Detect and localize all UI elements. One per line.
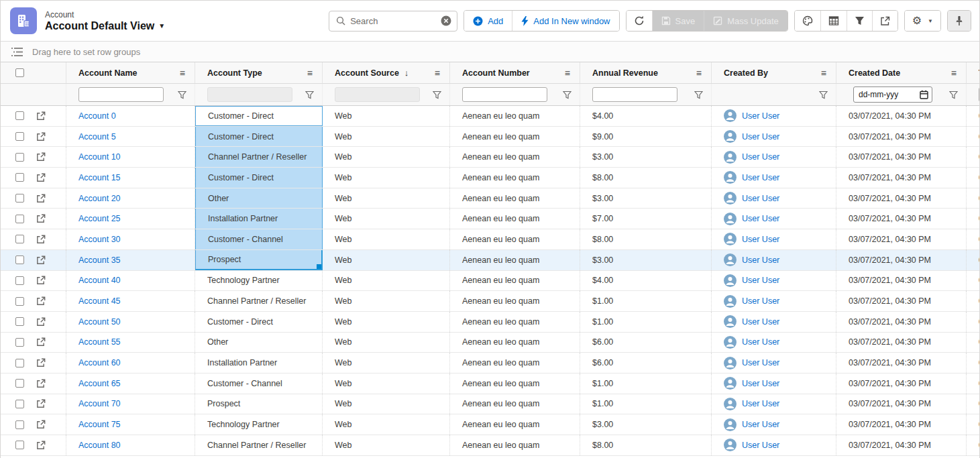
cell-created_by[interactable]: User User xyxy=(712,229,836,249)
cell-created_by[interactable]: User User xyxy=(712,333,836,353)
account-link[interactable]: Account 5 xyxy=(78,132,116,141)
filter-funnel-button[interactable] xyxy=(819,91,828,99)
cell-created_date[interactable]: 03/07/2021, 04:30 PM xyxy=(836,271,967,291)
cell-number[interactable]: Aenean eu leo quam xyxy=(450,394,580,414)
cell-name[interactable]: Account 40 xyxy=(66,271,195,291)
cell-revenue[interactable]: $1.00 xyxy=(580,291,712,311)
cell-created_date[interactable]: 03/07/2021, 04:30 PM xyxy=(836,168,967,188)
cell-created_date[interactable]: 03/07/2021, 04:30 PM xyxy=(836,353,967,373)
created-by-link[interactable]: User User xyxy=(742,317,779,327)
cell-source[interactable]: Web xyxy=(323,106,450,126)
account-link[interactable]: Account 50 xyxy=(78,317,121,327)
open-record-icon[interactable] xyxy=(36,173,46,182)
created-by-link[interactable]: User User xyxy=(742,358,779,367)
cell-revenue[interactable]: $1.00 xyxy=(580,312,712,332)
cell-number[interactable]: Aenean eu leo quam xyxy=(450,374,580,394)
account-link[interactable]: Account 35 xyxy=(78,255,121,265)
created-by-link[interactable]: User User xyxy=(742,132,779,141)
open-record-icon[interactable] xyxy=(36,296,46,306)
cell-number[interactable]: Aenean eu leo quam xyxy=(450,188,580,209)
cell-created_date[interactable]: 03/07/2021, 04:30 PM xyxy=(836,291,967,311)
cell-revenue[interactable]: $1.00 xyxy=(580,374,712,394)
pin-button[interactable] xyxy=(948,11,971,31)
column-menu-icon[interactable]: ≡ xyxy=(565,68,573,78)
account-link[interactable]: Account 25 xyxy=(78,214,121,223)
cell-revenue[interactable]: $4.00 xyxy=(580,106,712,126)
cell-source[interactable]: Web xyxy=(323,168,450,188)
open-record-button[interactable] xyxy=(36,441,46,450)
cell-name[interactable]: Account 15 xyxy=(66,168,195,188)
cell-name[interactable]: Account 0 xyxy=(66,106,195,126)
cell-revenue[interactable]: $3.00 xyxy=(580,147,712,167)
cell-type[interactable]: Customer - Direct xyxy=(195,168,323,188)
row-checkbox[interactable] xyxy=(15,255,24,264)
cell-created_by[interactable]: User User xyxy=(712,394,836,414)
column-menu-icon[interactable]: ≡ xyxy=(180,68,188,78)
cell-name[interactable]: Account 30 xyxy=(66,229,195,249)
cell-created_date[interactable]: 03/07/2021, 04:30 PM xyxy=(836,333,967,353)
cell-created_by[interactable]: User User xyxy=(712,414,836,435)
open-record-icon[interactable] xyxy=(36,255,46,265)
created-by-link[interactable]: User User xyxy=(742,441,779,450)
cell-t[interactable]: 0 xyxy=(967,312,979,332)
cell-revenue[interactable]: $3.00 xyxy=(580,250,712,270)
cell-name[interactable]: Account 35 xyxy=(66,250,195,270)
cell-number[interactable]: Aenean eu leo quam xyxy=(450,229,580,249)
cell-t[interactable]: 0 xyxy=(967,127,979,147)
account-link[interactable]: Account 20 xyxy=(78,194,121,203)
cell-type[interactable]: Channel Partner / Reseller xyxy=(195,147,323,167)
cell-source[interactable]: Web xyxy=(323,394,450,414)
cell-created_by[interactable]: User User xyxy=(712,374,836,394)
cell-revenue[interactable]: $1.00 xyxy=(580,394,712,414)
created-by-link[interactable]: User User xyxy=(742,111,779,121)
theme-palette-button[interactable] xyxy=(795,11,820,31)
cell-t[interactable]: 0 xyxy=(967,271,979,291)
cell-number[interactable]: Aenean eu leo quam xyxy=(450,127,580,147)
cell-t[interactable]: 0 xyxy=(967,250,979,270)
column-menu-icon[interactable]: ≡ xyxy=(435,68,443,78)
column-menu-icon[interactable]: ≡ xyxy=(307,68,315,78)
open-record-button[interactable] xyxy=(36,152,46,162)
cell-created_date[interactable]: 03/07/2021, 04:30 PM xyxy=(836,312,967,332)
cell-revenue[interactable]: $6.00 xyxy=(580,353,712,373)
column-menu-icon[interactable]: ≡ xyxy=(951,68,959,78)
cell-source[interactable]: Web xyxy=(323,188,450,209)
cell-name[interactable]: Account 60 xyxy=(66,353,195,373)
column-header-label[interactable]: Account Source xyxy=(335,68,399,78)
open-record-button[interactable] xyxy=(36,317,46,327)
open-record-button[interactable] xyxy=(36,337,46,347)
cell-type[interactable]: Customer - Channel xyxy=(195,229,323,249)
open-record-icon[interactable] xyxy=(36,276,46,285)
cell-revenue[interactable]: $3.00 xyxy=(580,188,712,209)
cell-created_by[interactable]: User User xyxy=(712,291,836,311)
column-header-label[interactable]: Account Number xyxy=(462,68,530,78)
cell-number[interactable]: Aenean eu leo quam xyxy=(450,435,580,455)
columns-button[interactable] xyxy=(820,11,847,31)
open-record-icon[interactable] xyxy=(36,317,46,327)
column-menu-icon[interactable]: ≡ xyxy=(821,68,829,78)
filter-button[interactable] xyxy=(847,11,872,31)
open-record-button[interactable] xyxy=(36,235,46,244)
cell-revenue[interactable]: $9.00 xyxy=(580,127,712,147)
filter-funnel-icon[interactable] xyxy=(178,91,186,99)
open-record-button[interactable] xyxy=(36,379,46,388)
cell-t[interactable]: 0 xyxy=(967,188,979,209)
cell-t[interactable]: 0 xyxy=(967,414,979,435)
cell-number[interactable]: Aenean eu leo quam xyxy=(450,250,580,270)
cell-t[interactable]: 0 xyxy=(967,353,979,373)
cell-source[interactable]: Web xyxy=(323,435,450,455)
row-checkbox[interactable] xyxy=(15,441,24,449)
row-checkbox[interactable] xyxy=(15,420,24,429)
cell-t[interactable]: 0 xyxy=(967,435,979,455)
open-record-button[interactable] xyxy=(36,194,46,203)
created-by-link[interactable]: User User xyxy=(742,276,779,285)
row-checkbox[interactable] xyxy=(15,400,24,408)
cell-name[interactable]: Account 55 xyxy=(66,333,195,353)
open-record-icon[interactable] xyxy=(36,337,46,347)
open-record-icon[interactable] xyxy=(36,111,46,121)
cell-name[interactable]: Account 20 xyxy=(66,188,195,209)
cell-type[interactable]: Technology Partner xyxy=(195,414,323,435)
open-record-icon[interactable] xyxy=(36,399,46,408)
row-checkbox[interactable] xyxy=(15,359,24,367)
created-by-link[interactable]: User User xyxy=(742,296,779,306)
